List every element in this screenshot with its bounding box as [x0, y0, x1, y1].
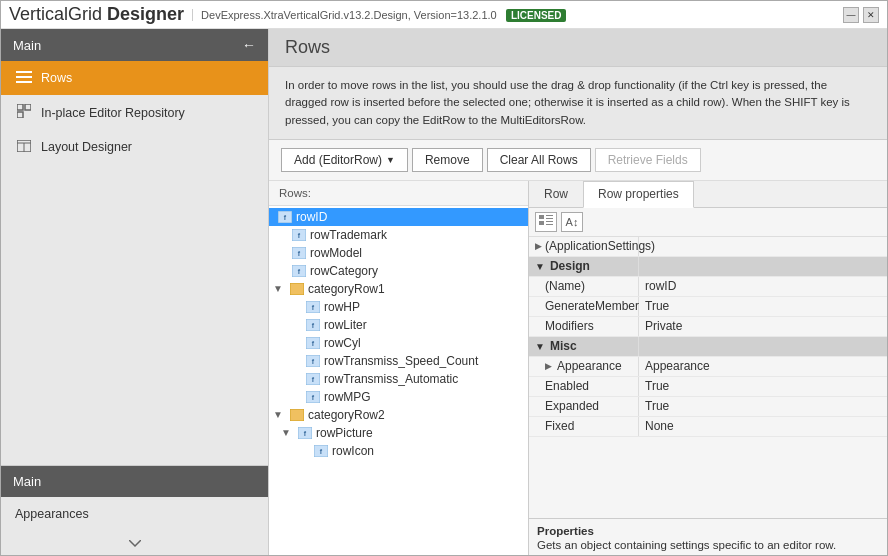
retrieve-fields-button[interactable]: Retrieve Fields: [595, 148, 701, 172]
prop-value: [639, 237, 887, 256]
sidebar-item-rows[interactable]: Rows: [1, 61, 268, 95]
row-label: rowTrademark: [310, 228, 387, 242]
sidebar-rows-label: Rows: [41, 71, 72, 85]
row-item-categoryrow2[interactable]: ▼ categoryRow2: [269, 406, 528, 424]
svg-rect-0: [16, 71, 32, 73]
svg-rect-3: [17, 104, 23, 110]
prop-section-misc[interactable]: ▼ Misc: [529, 337, 887, 357]
row-item-rowliter[interactable]: f rowLiter: [269, 316, 528, 334]
svg-rect-5: [17, 112, 23, 118]
prop-key: ▶ (ApplicationSettings): [529, 237, 639, 256]
prop-key: (Name): [529, 277, 639, 296]
svg-rect-17: [290, 283, 304, 295]
row-field-icon: f: [291, 228, 307, 242]
remove-button[interactable]: Remove: [412, 148, 483, 172]
row-label: rowLiter: [324, 318, 367, 332]
sidebar-item-appearances[interactable]: Appearances: [1, 497, 268, 531]
prop-row-generatemember[interactable]: GenerateMember True: [529, 297, 887, 317]
row-field-icon: f: [305, 336, 321, 350]
prop-row-enabled[interactable]: Enabled True: [529, 377, 887, 397]
row-item-rowcyl[interactable]: f rowCyl: [269, 334, 528, 352]
prop-key: Fixed: [529, 417, 639, 436]
expand-btn[interactable]: ▼: [273, 409, 287, 420]
row-item-rowtrademark[interactable]: f rowTrademark: [269, 226, 528, 244]
section-arrow: ▼: [535, 261, 545, 272]
sidebar-back-button[interactable]: ←: [242, 37, 256, 53]
prop-value[interactable]: True: [639, 297, 887, 316]
rows-panel: Rows: f rowID f: [269, 181, 529, 556]
add-editor-row-button[interactable]: Add (EditorRow) ▼: [281, 148, 408, 172]
prop-value[interactable]: rowID: [639, 277, 887, 296]
prop-key: Expanded: [529, 397, 639, 416]
tab-row-properties[interactable]: Row properties: [583, 181, 694, 208]
sidebar-header-title: Main: [13, 38, 41, 53]
row-item-rowmpg[interactable]: f rowMPG: [269, 388, 528, 406]
row-label: rowID: [296, 210, 327, 224]
content-body: Rows: f rowID f: [269, 181, 887, 556]
row-item-rowtransmiss-auto[interactable]: f rowTransmiss_Automatic: [269, 370, 528, 388]
prop-tabs: Row Row properties: [529, 181, 887, 208]
prop-row-appsettings[interactable]: ▶ (ApplicationSettings): [529, 237, 887, 257]
rows-icon: [15, 70, 33, 86]
row-field-icon: f: [313, 444, 329, 458]
clear-all-rows-button[interactable]: Clear All Rows: [487, 148, 591, 172]
title-bar-left: VerticalGrid Designer DevExpress.XtraVer…: [9, 4, 566, 25]
row-field-icon: f: [305, 318, 321, 332]
sidebar-header: Main ←: [1, 29, 268, 61]
prop-key: GenerateMember: [529, 297, 639, 316]
sidebar-item-layout-designer[interactable]: Layout Designer: [1, 130, 268, 164]
svg-rect-4: [25, 104, 31, 110]
content-area: Rows In order to move rows in the list, …: [269, 29, 887, 556]
prop-row-expanded[interactable]: Expanded True: [529, 397, 887, 417]
row-label: rowCyl: [324, 336, 361, 350]
rows-list[interactable]: f rowID f rowTrademark: [269, 206, 528, 556]
prop-row-fixed[interactable]: Fixed None: [529, 417, 887, 437]
prop-value[interactable]: True: [639, 377, 887, 396]
prop-value[interactable]: None: [639, 417, 887, 436]
sidebar-expand-arrow[interactable]: [1, 531, 268, 556]
properties-table: ▶ (ApplicationSettings) ▼ Design: [529, 237, 887, 518]
tab-row[interactable]: Row: [529, 181, 583, 207]
expand-btn[interactable]: ▼: [281, 427, 295, 438]
row-item-rowid[interactable]: f rowID: [269, 208, 528, 226]
sidebar-appearances-label: Appearances: [15, 507, 89, 521]
version-info: DevExpress.XtraVerticalGrid.v13.2.Design…: [192, 9, 566, 21]
properties-panel: Row Row properties: [529, 181, 887, 556]
row-item-rowmodel[interactable]: f rowModel: [269, 244, 528, 262]
svg-rect-30: [290, 409, 304, 421]
prop-row-appearance[interactable]: ▶ Appearance Appearance: [529, 357, 887, 377]
row-field-icon: f: [305, 372, 321, 386]
close-button[interactable]: ✕: [863, 7, 879, 23]
prop-value[interactable]: True: [639, 397, 887, 416]
prop-row-modifiers[interactable]: Modifiers Private: [529, 317, 887, 337]
sidebar-item-editor-repo[interactable]: In-place Editor Repository: [1, 95, 268, 130]
row-item-rowhp[interactable]: f rowHP: [269, 298, 528, 316]
content-header: Rows: [269, 29, 887, 67]
row-item-rowicon[interactable]: f rowIcon: [269, 442, 528, 460]
prop-categorize-button[interactable]: [535, 212, 557, 232]
main-layout: Main ← Rows In-place Editor Repo: [1, 29, 887, 556]
svg-rect-2: [16, 81, 32, 83]
prop-value[interactable]: Private: [639, 317, 887, 336]
expand-btn[interactable]: ▼: [273, 283, 287, 294]
row-item-rowtransmiss-speed[interactable]: f rowTransmiss_Speed_Count: [269, 352, 528, 370]
app-title: VerticalGrid Designer: [9, 4, 184, 25]
row-item-categoryrow1[interactable]: ▼ categoryRow1: [269, 280, 528, 298]
row-label: categoryRow2: [308, 408, 385, 422]
prop-row-name[interactable]: (Name) rowID: [529, 277, 887, 297]
row-item-rowpicture[interactable]: ▼ f rowPicture: [269, 424, 528, 442]
prop-value: Appearance: [639, 357, 887, 376]
svg-rect-39: [546, 221, 553, 222]
expand-arrow: ▶: [535, 241, 542, 251]
minimize-button[interactable]: —: [843, 7, 859, 23]
svg-rect-35: [539, 215, 544, 219]
prop-section-design[interactable]: ▼ Design: [529, 257, 887, 277]
row-item-rowcategory[interactable]: f rowCategory: [269, 262, 528, 280]
row-field-icon: f: [297, 426, 313, 440]
title-bar-controls: — ✕: [843, 7, 879, 23]
row-label: rowPicture: [316, 426, 373, 440]
sidebar: Main ← Rows In-place Editor Repo: [1, 29, 269, 556]
licensed-badge: LICENSED: [506, 9, 567, 22]
prop-sort-button[interactable]: A↕: [561, 212, 583, 232]
row-field-icon: f: [305, 354, 321, 368]
